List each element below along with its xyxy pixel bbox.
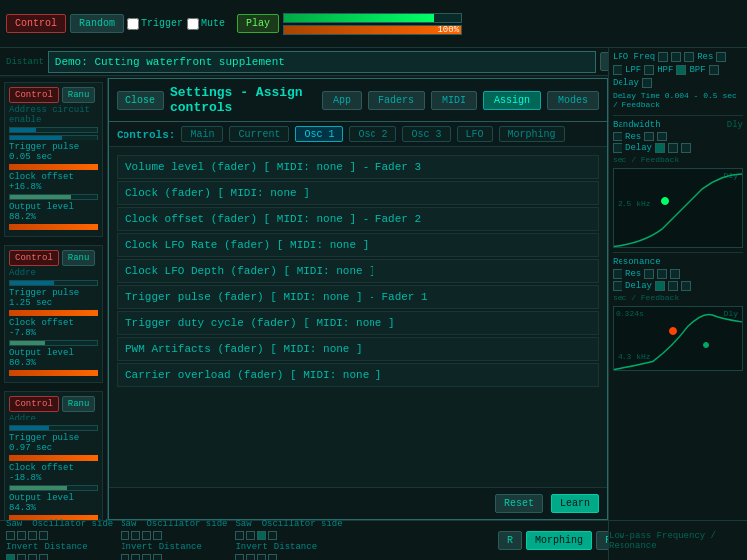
graph-dot-3[interactable] (703, 342, 709, 348)
control-button[interactable]: Control (6, 14, 66, 33)
osc3-box2[interactable] (246, 531, 255, 540)
ch3-random-btn[interactable]: Ranu (62, 396, 96, 412)
right-panel: LFO Freq Res LPF HPF BPF Delay Delay Tim… (608, 48, 747, 520)
learn-button[interactable]: Learn (551, 494, 599, 513)
app-tab[interactable]: App (322, 91, 362, 110)
delay-box-1[interactable] (613, 143, 622, 153)
sub-tab-osc1[interactable]: Osc 1 (295, 126, 343, 142)
r-button[interactable]: R (498, 531, 522, 550)
delay2-box-3[interactable] (668, 281, 678, 291)
osc2-inv-box[interactable] (121, 554, 129, 561)
control-item-7[interactable]: PWM Artifacts (fader) [ MIDI: none ] (117, 337, 599, 361)
osc3-box4[interactable] (268, 531, 277, 540)
sub-tab-current[interactable]: Current (229, 126, 289, 142)
osc1-box4[interactable] (39, 531, 48, 540)
trigger-checkbox[interactable] (127, 18, 139, 30)
osc1-box3[interactable] (28, 531, 37, 540)
control-item-4[interactable]: Clock LFO Depth (fader) [ MIDI: none ] (117, 259, 599, 283)
delay-top-box[interactable] (709, 65, 719, 75)
res-box-2[interactable] (644, 132, 654, 141)
control-item-0[interactable]: Volume level (fader) [ MIDI: none ] - Fa… (117, 155, 599, 179)
ch2-slider1[interactable] (9, 280, 98, 286)
osc2-box4[interactable] (153, 531, 162, 540)
osc1-box1[interactable] (6, 531, 15, 540)
delay2-box-1[interactable] (613, 281, 622, 291)
random-button[interactable]: Random (70, 14, 124, 33)
res2-box-3[interactable] (657, 269, 667, 279)
osc3-dist-box2[interactable] (257, 554, 266, 561)
osc3-box3[interactable] (257, 531, 266, 540)
faders-tab[interactable]: Faders (368, 91, 425, 110)
delay-box-2[interactable] (655, 143, 665, 153)
sub-tab-osc2[interactable]: Osc 2 (349, 126, 396, 142)
ch1-slider2[interactable] (9, 135, 98, 140)
ch1-slider3[interactable] (9, 194, 98, 200)
osc2-box3[interactable] (142, 531, 151, 540)
osc2-box2[interactable] (131, 531, 140, 540)
graph-dot-1[interactable] (661, 197, 669, 205)
control-item-2[interactable]: Clock offset (fader) [ MIDI: none ] - Fa… (117, 207, 599, 231)
res2-box-1[interactable] (613, 269, 622, 279)
control-item-1[interactable]: Clock (fader) [ MIDI: none ] (117, 181, 599, 205)
sub-tab-morphing[interactable]: Morphing (499, 126, 565, 142)
osc2-box1[interactable] (121, 531, 129, 540)
osc1-dist-box3[interactable] (39, 554, 48, 561)
res-box-3[interactable] (657, 132, 667, 141)
reset-button[interactable]: Reset (495, 494, 543, 513)
osc1-dist-box1[interactable] (17, 554, 26, 561)
control-item-6[interactable]: Trigger duty cycle (fader) [ MIDI: none … (117, 311, 599, 335)
sub-tab-lfo[interactable]: LFO (457, 126, 493, 142)
play-button[interactable]: Play (237, 14, 279, 33)
delay-extra-box[interactable] (642, 78, 652, 88)
ch3-slider2[interactable] (9, 485, 98, 491)
bpf-box[interactable] (676, 65, 686, 75)
close-button[interactable]: Close (117, 91, 164, 110)
assign-tab[interactable]: Assign (483, 91, 541, 110)
lpf-box[interactable] (613, 65, 622, 75)
ch1-random-btn[interactable]: Ranu (62, 87, 96, 103)
ch3-control-btn[interactable]: Control (9, 396, 59, 412)
modes-tab[interactable]: Modes (547, 91, 599, 110)
ch2-control-btn[interactable]: Control (9, 250, 59, 266)
control-item-8[interactable]: Carrier overload (fader) [ MIDI: none ] (117, 363, 599, 387)
osc1-box2[interactable] (17, 531, 26, 540)
hpf-box[interactable] (644, 65, 654, 75)
osc3-box1[interactable] (235, 531, 244, 540)
lfo-freq-box1[interactable] (658, 52, 668, 62)
res2-box-2[interactable] (644, 269, 654, 279)
graph-dot-2[interactable] (669, 327, 677, 335)
delay-box-3[interactable] (668, 143, 678, 153)
ch1-slider1[interactable] (9, 127, 98, 133)
ch2-addr-label: Addre (9, 268, 98, 278)
res2-box-4[interactable] (670, 269, 680, 279)
delay2-box-2[interactable] (655, 281, 665, 291)
osc1-inv-box[interactable] (6, 554, 15, 561)
morphing-button[interactable]: Morphing (526, 531, 592, 550)
demo-name-input[interactable] (48, 51, 596, 73)
app-container: Control Random Trigger Mute Play (0, 0, 747, 560)
ch1-control-btn[interactable]: Control (9, 87, 59, 103)
res-box-1[interactable] (613, 132, 622, 141)
control-item-3[interactable]: Clock LFO Rate (fader) [ MIDI: none ] (117, 233, 599, 257)
lfo-freq-box2[interactable] (671, 52, 681, 62)
osc3-dist-box1[interactable] (246, 554, 255, 561)
ch2-slider2[interactable] (9, 340, 98, 346)
ch2-random-btn[interactable]: Ranu (62, 250, 96, 266)
osc2-invert-label: Invert (121, 542, 152, 552)
delay-box-4[interactable] (681, 143, 691, 153)
mute-checkbox[interactable] (187, 18, 199, 30)
lfo-freq-box3[interactable] (684, 52, 694, 62)
osc3-dist-box3[interactable] (268, 554, 277, 561)
osc1-dist-box2[interactable] (28, 554, 37, 561)
delay2-box-4[interactable] (681, 281, 691, 291)
osc2-dist-box2[interactable] (142, 554, 151, 561)
control-item-5[interactable]: Trigger pulse (fader) [ MIDI: none ] - F… (117, 285, 599, 309)
res-box[interactable] (716, 52, 726, 62)
sub-tab-osc3[interactable]: Osc 3 (402, 126, 450, 142)
midi-tab[interactable]: MIDI (431, 91, 477, 110)
sub-tab-main[interactable]: Main (181, 126, 223, 142)
osc2-dist-box3[interactable] (153, 554, 162, 561)
osc3-inv-box[interactable] (235, 554, 244, 561)
osc2-dist-box1[interactable] (131, 554, 140, 561)
ch3-slider1[interactable] (9, 425, 98, 431)
